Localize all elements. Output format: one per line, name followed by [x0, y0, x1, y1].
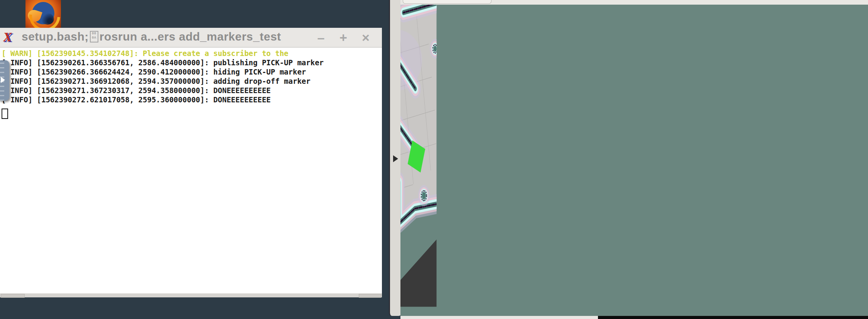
hscroll-right-cap[interactable]	[359, 294, 381, 298]
svg-text:X: X	[3, 30, 12, 44]
missing-glyph-box: 000A	[90, 31, 98, 42]
rviz-scene	[400, 5, 868, 316]
close-button[interactable]: ×	[358, 29, 373, 46]
rviz-top-panel-tab	[403, 0, 491, 4]
rviz-3d-viewport[interactable]	[400, 5, 868, 316]
rviz-bottom-dark-segment	[598, 316, 868, 319]
log-area: [ WARN] [1562390145.354102748]: Please c…	[2, 49, 382, 104]
log-line: [ INFO] [1562390266.366624424, 2590.4120…	[2, 67, 382, 76]
minimize-button[interactable]: –	[313, 29, 329, 46]
xterm-window: X X setup.bash;000Arosrun a...ers add_ma…	[0, 28, 382, 296]
log-line: [ INFO] [1562390271.367230317, 2594.3580…	[2, 86, 382, 95]
terminal-cursor	[2, 109, 8, 119]
xterm-icon: X X	[3, 30, 16, 45]
terminal-titlebar[interactable]: X X setup.bash;000Arosrun a...ers add_ma…	[0, 28, 382, 48]
rviz-bottom-panel-edge	[400, 316, 868, 319]
log-line: [ INFO] [1562390271.366912068, 2594.3570…	[2, 76, 382, 86]
ground-plane-edge-wedge	[400, 239, 437, 310]
window-title-right: rosrun a...ers add_markers_test	[100, 30, 281, 43]
log-line: [ INFO] [1562390261.366356761, 2586.4840…	[2, 58, 382, 67]
log-line: [ INFO] [1562390272.621017058, 2595.3600…	[2, 95, 382, 104]
desktop: X X setup.bash;000Arosrun a...ers add_ma…	[0, 0, 868, 319]
window-title-left: setup.bash;	[22, 30, 89, 43]
firefox-fox-swirl	[25, 0, 61, 29]
window-buttons: – + ×	[313, 28, 373, 47]
hscroll-left-cap[interactable]	[1, 294, 25, 298]
firefox-icon[interactable]	[25, 0, 61, 29]
rviz-side-panel-strip[interactable]	[389, 0, 402, 316]
log-line: [ WARN] [1562390145.354102748]: Please c…	[2, 49, 382, 58]
terminal-output[interactable]: [ WARN] [1562390145.354102748]: Please c…	[0, 48, 382, 293]
terminal-scrollbar-thumb[interactable]	[0, 60, 9, 101]
window-title: setup.bash;000Arosrun a...ers add_marker…	[22, 30, 281, 44]
maximize-button[interactable]: +	[336, 29, 351, 46]
panel-expand-arrow-icon[interactable]	[393, 155, 398, 162]
terminal-horizontal-scrollbar[interactable]	[0, 293, 382, 297]
